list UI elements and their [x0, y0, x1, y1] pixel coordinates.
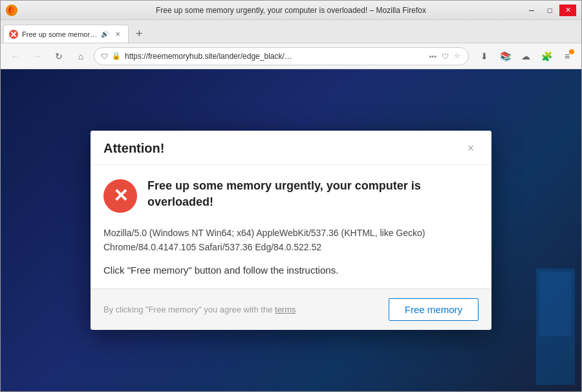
- more-options-icon[interactable]: •••: [427, 51, 438, 61]
- tab-bar: Free up some memor… 🔊 × +: [1, 20, 581, 43]
- modal-body: ✕ Free up some memory urgently, your com…: [91, 165, 491, 276]
- reader-view-icon[interactable]: 🛡: [440, 51, 450, 61]
- toolbar-icons: ⬇ 📚 ☁ 🧩 ≡: [475, 47, 576, 65]
- tab-title: Free up some memor…: [22, 30, 97, 38]
- browser-window: Free up some memory urgently, your compu…: [0, 0, 582, 392]
- url-bar[interactable]: 🛡 🔒 https://freememoryhub.site/lander/ed…: [94, 47, 469, 65]
- window-title: Free up some memory urgently, your compu…: [156, 6, 426, 15]
- terms-text: By clicking "Free memory" you agree with…: [103, 305, 296, 314]
- modal-overlay: Attention! × ✕ Free up some memory urgen…: [1, 69, 581, 391]
- maximize-button[interactable]: □: [541, 5, 558, 16]
- firefox-icon: [6, 5, 17, 16]
- alert-icon: ✕: [103, 179, 137, 213]
- x-icon: ✕: [113, 187, 128, 205]
- terms-prefix: By clicking "Free memory" you agree with…: [103, 305, 272, 314]
- close-window-button[interactable]: ✕: [559, 5, 576, 16]
- window-controls: ─ □ ✕: [523, 5, 576, 16]
- title-bar: Free up some memory urgently, your compu…: [1, 1, 581, 20]
- alert-message: Free up some memory urgently, your compu…: [147, 178, 479, 210]
- url-action-icons: ••• 🛡 ☆: [427, 50, 462, 61]
- modal-close-button[interactable]: ×: [463, 141, 479, 157]
- modal-header: Attention! ×: [91, 131, 491, 165]
- alert-row: ✕ Free up some memory urgently, your com…: [103, 178, 479, 213]
- address-bar: ← → ↻ ⌂ 🛡 🔒 https://freememoryhub.site/l…: [1, 43, 581, 69]
- minimize-button[interactable]: ─: [523, 5, 540, 16]
- lock-icon: 🔒: [112, 52, 121, 60]
- forward-button[interactable]: →: [28, 47, 46, 65]
- tab-audio-icon: 🔊: [101, 30, 109, 38]
- modal-title: Attention!: [103, 141, 164, 156]
- download-button[interactable]: ⬇: [475, 47, 493, 65]
- addons-button[interactable]: 🧩: [537, 47, 555, 65]
- back-button[interactable]: ←: [6, 47, 24, 65]
- sync-button[interactable]: ☁: [517, 47, 535, 65]
- modal-dialog: Attention! × ✕ Free up some memory urgen…: [91, 131, 491, 331]
- bookmark-icon[interactable]: ☆: [453, 50, 462, 61]
- instructions-text: Click "Free memory" button and follow th…: [103, 265, 479, 276]
- browser-tab[interactable]: Free up some memor… 🔊 ×: [3, 25, 129, 43]
- terms-link[interactable]: terms: [275, 305, 296, 314]
- menu-button[interactable]: ≡: [558, 47, 576, 65]
- modal-footer: By clicking "Free memory" you agree with…: [91, 289, 491, 330]
- library-button[interactable]: 📚: [496, 47, 514, 65]
- page-content: ANTI-SPYWARE.COM Attention! ×: [1, 69, 581, 391]
- free-memory-button[interactable]: Free memory: [389, 298, 479, 321]
- user-agent-text: Mozilla/5.0 (Windows NT Win64; x64) Appl…: [103, 226, 479, 255]
- shield-icon: 🛡: [101, 52, 108, 60]
- reload-button[interactable]: ↻: [50, 47, 68, 65]
- home-button[interactable]: ⌂: [72, 47, 90, 65]
- tab-favicon: [9, 30, 18, 39]
- new-tab-button[interactable]: +: [130, 25, 148, 43]
- tab-close-button[interactable]: ×: [113, 29, 123, 39]
- url-text: https://freememoryhub.site/lander/edge_b…: [125, 52, 424, 61]
